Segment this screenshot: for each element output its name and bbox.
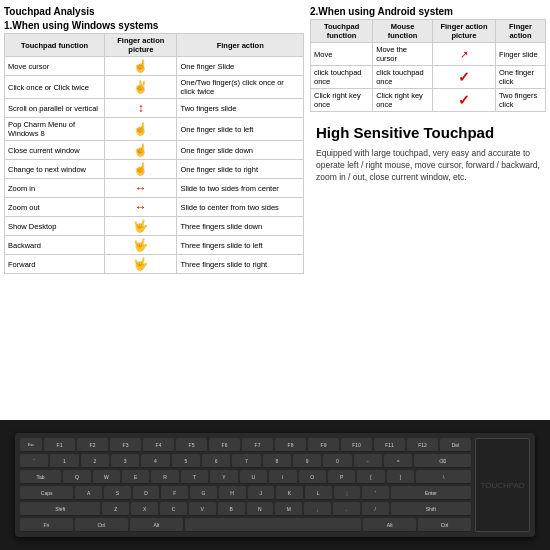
finger-icon: 🤟 (133, 238, 148, 252)
key-9[interactable]: 9 (293, 454, 321, 468)
table-row: Close current window ☝ One finger slide … (5, 141, 304, 160)
key-f3[interactable]: F3 (110, 438, 141, 452)
key-lbracket[interactable]: [ (357, 470, 384, 484)
key-7[interactable]: 7 (232, 454, 260, 468)
key-p[interactable]: P (328, 470, 355, 484)
key-e[interactable]: E (122, 470, 149, 484)
key-k[interactable]: K (276, 486, 303, 500)
key-l[interactable]: L (305, 486, 332, 500)
main-title: Touchpad Analysis (4, 6, 304, 17)
key-q[interactable]: Q (63, 470, 90, 484)
key-alt-left[interactable]: Alt (130, 518, 183, 532)
key-equals[interactable]: = (384, 454, 412, 468)
key-rbracket[interactable]: ] (387, 470, 414, 484)
key-f4[interactable]: F4 (143, 438, 174, 452)
check-icon: ✓ (458, 92, 470, 108)
key-s[interactable]: S (104, 486, 131, 500)
key-f8[interactable]: F8 (275, 438, 306, 452)
android-col-picture: Finger action picture (433, 20, 496, 43)
table-row: Show Desktop 🤟 Three fingers slide down (5, 217, 304, 236)
key-period[interactable]: . (333, 502, 360, 516)
key-space[interactable] (185, 518, 361, 532)
key-backslash[interactable]: \ (416, 470, 471, 484)
key-m[interactable]: M (275, 502, 302, 516)
key-n[interactable]: N (247, 502, 274, 516)
key-f2[interactable]: F2 (77, 438, 108, 452)
key-3[interactable]: 3 (111, 454, 139, 468)
key-f9[interactable]: F9 (308, 438, 339, 452)
key-2[interactable]: 2 (81, 454, 109, 468)
key-h[interactable]: H (219, 486, 246, 500)
android-col-action: Finger action (495, 20, 545, 43)
key-f12[interactable]: F12 (407, 438, 438, 452)
touchpad[interactable]: TOUCHPAD (475, 438, 530, 532)
key-capslock[interactable]: Caps (20, 486, 73, 500)
finger-icon: ☝ (133, 162, 148, 176)
key-u[interactable]: U (240, 470, 267, 484)
finger-icon: 🤟 (133, 257, 148, 271)
key-r[interactable]: R (151, 470, 178, 484)
key-alt-right[interactable]: Alt (363, 518, 416, 532)
asdf-row: Caps A S D F G H J K L ; ' Enter (20, 486, 471, 500)
finger-icon: ↗ (460, 49, 468, 60)
key-x[interactable]: X (131, 502, 158, 516)
key-t[interactable]: T (181, 470, 208, 484)
key-del[interactable]: Del (440, 438, 471, 452)
key-4[interactable]: 4 (141, 454, 169, 468)
key-comma[interactable]: , (304, 502, 331, 516)
main-container: Touchpad Analysis 1.When using Windows s… (0, 0, 550, 550)
key-quote[interactable]: ' (362, 486, 389, 500)
key-b[interactable]: B (218, 502, 245, 516)
key-f5[interactable]: F5 (176, 438, 207, 452)
key-o[interactable]: O (299, 470, 326, 484)
key-j[interactable]: J (248, 486, 275, 500)
finger-icon: ☝ (133, 122, 148, 136)
key-f[interactable]: F (161, 486, 188, 500)
key-z[interactable]: Z (102, 502, 129, 516)
top-section: Touchpad Analysis 1.When using Windows s… (0, 0, 550, 420)
key-0[interactable]: 0 (323, 454, 351, 468)
android-subtitle: 2.When using Android system (310, 6, 546, 17)
key-y[interactable]: Y (210, 470, 237, 484)
key-rshift[interactable]: Shift (391, 502, 471, 516)
key-ctrl[interactable]: Ctrl (75, 518, 128, 532)
table-row: Move Move the cursor ↗ Finger slide (311, 43, 546, 66)
key-semicolon[interactable]: ; (334, 486, 361, 500)
table-row: Zoom out ↔ Slide to center from two side… (5, 198, 304, 217)
sensitive-section: High Sensitive Touchpad Equipped with la… (310, 118, 546, 416)
key-6[interactable]: 6 (202, 454, 230, 468)
key-i[interactable]: I (269, 470, 296, 484)
key-f1[interactable]: F1 (44, 438, 75, 452)
table-row: Click right key once Click right key onc… (311, 89, 546, 112)
key-8[interactable]: 8 (263, 454, 291, 468)
key-w[interactable]: W (93, 470, 120, 484)
key-f7[interactable]: F7 (242, 438, 273, 452)
key-f11[interactable]: F11 (374, 438, 405, 452)
key-g[interactable]: G (190, 486, 217, 500)
android-section: 2.When using Android system Touchpad fun… (310, 6, 546, 112)
key-tab[interactable]: Tab (20, 470, 61, 484)
android-table: Touchpad function Mouse function Finger … (310, 19, 546, 112)
key-f10[interactable]: F10 (341, 438, 372, 452)
qwerty-row: Tab Q W E R T Y U I O P [ ] (20, 470, 471, 484)
key-v[interactable]: V (189, 502, 216, 516)
key-f6[interactable]: F6 (209, 438, 240, 452)
key-a[interactable]: A (75, 486, 102, 500)
windows-table: Touchpad function Finger action picture … (4, 33, 304, 274)
android-col-function: Touchpad function (311, 20, 373, 43)
key-5[interactable]: 5 (172, 454, 200, 468)
key-c[interactable]: C (160, 502, 187, 516)
win-col-action: Finger action (177, 34, 304, 57)
key-d[interactable]: D (133, 486, 160, 500)
key-backtick[interactable]: ` (20, 454, 48, 468)
key-lshift[interactable]: Shift (20, 502, 100, 516)
key-slash[interactable]: / (362, 502, 389, 516)
key-fn[interactable]: Fn (20, 518, 73, 532)
key-esc[interactable]: Esc (20, 438, 42, 452)
key-enter[interactable]: Enter (391, 486, 471, 500)
finger-icon: ↔ (135, 181, 147, 195)
key-ctrl-right[interactable]: Ctrl (418, 518, 471, 532)
key-backspace[interactable]: ⌫ (414, 454, 471, 468)
key-1[interactable]: 1 (50, 454, 78, 468)
key-minus[interactable]: - (354, 454, 382, 468)
